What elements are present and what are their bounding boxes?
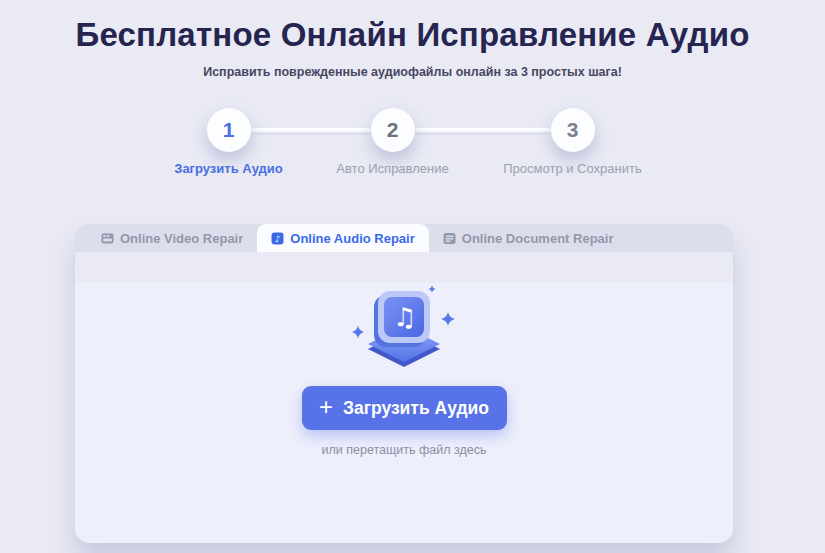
svg-text:♪: ♪ [275,233,281,243]
repair-card: Online Video Repair ♪ Online Audio Repai… [75,224,733,543]
step-3-circle: 3 [551,108,595,152]
step-2-circle: 2 [371,108,415,152]
plus-icon: + [319,395,333,419]
drop-hint: или перетащить файл здесь [75,443,733,457]
step-connector [415,128,551,133]
page-title: Бесплатное Онлайн Исправление Аудио [0,16,825,54]
tab-label: Online Audio Repair [290,231,414,246]
music-note-icon: ♫ [393,302,416,332]
drop-zone[interactable]: ♫ + Загрузить Аудио или перетащить файл … [75,282,733,543]
step-connector [251,128,371,133]
step-1-circle: 1 [207,108,251,152]
step-2-label: Авто Исправление [336,161,448,176]
step-2: 2 Авто Исправление [371,108,415,152]
tab-online-document-repair[interactable]: Online Document Repair [429,224,628,252]
tab-online-audio-repair[interactable]: ♪ Online Audio Repair [257,224,428,252]
tab-online-video-repair[interactable]: Online Video Repair [87,224,257,252]
film-icon [101,232,114,245]
step-1: 1 Загрузить Аудио [207,108,251,152]
step-3: 3 Просмотр и Сохранить [551,108,595,152]
document-icon [443,232,456,245]
tab-bar: Online Video Repair ♪ Online Audio Repai… [75,224,733,252]
audio-upload-illustration: ♫ [344,282,464,374]
step-3-label: Просмотр и Сохранить [503,161,641,176]
sparkle-icon [429,286,436,293]
page-subtitle: Исправить поврежденные аудиофайлы онлайн… [0,65,825,79]
step-indicator: 1 Загрузить Аудио 2 Авто Исправление 3 П… [0,108,813,152]
music-note-icon: ♪ [271,232,284,245]
tab-label: Online Video Repair [120,231,243,246]
upload-audio-button[interactable]: + Загрузить Аудио [302,386,507,430]
sparkle-icon [441,312,455,326]
tab-label: Online Document Repair [462,231,614,246]
sparkle-icon [352,326,364,339]
step-1-label: Загрузить Аудио [174,161,283,176]
upload-button-label: Загрузить Аудио [343,398,489,419]
